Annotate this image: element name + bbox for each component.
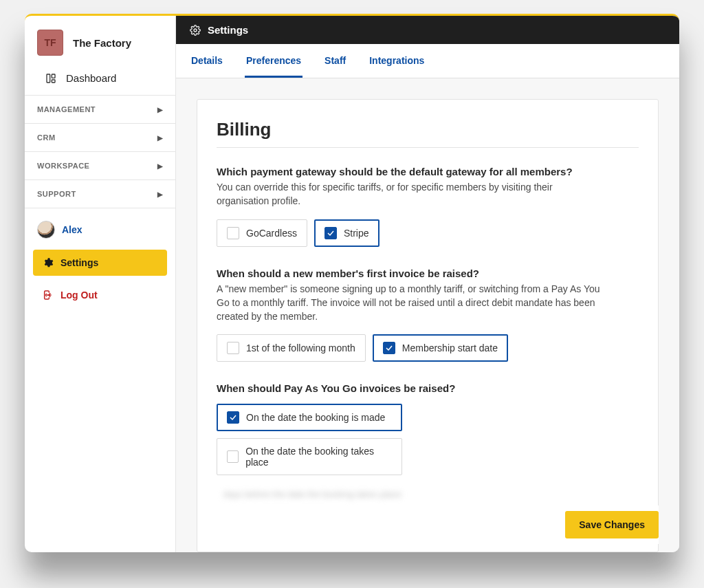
option-label: Stripe — [344, 228, 369, 239]
save-bar: Save Changes — [551, 505, 659, 544]
option-row: On the date the booking is made On the d… — [217, 404, 639, 475]
app-window: TF The Factory Dashboard MANAGEMENT ▶ CR… — [25, 14, 679, 552]
option-label: 1st of the following month — [246, 342, 355, 353]
dashboard-icon — [45, 73, 56, 84]
question-title: When should Pay As You Go invoices be ra… — [217, 382, 639, 394]
checkbox-icon — [227, 227, 239, 239]
tab-details[interactable]: Details — [190, 44, 224, 78]
gear-icon — [190, 25, 201, 36]
blurred-hint: days before the date the booking takes p… — [217, 485, 639, 503]
svg-point-3 — [194, 29, 197, 32]
sidebar-section-workspace[interactable]: WORKSPACE ▶ — [25, 151, 175, 179]
brand-logo: TF — [37, 30, 63, 56]
logout-icon — [43, 290, 54, 301]
chevron-right-icon: ▶ — [157, 162, 164, 170]
sidebar-section-crm[interactable]: CRM ▶ — [25, 123, 175, 151]
checkbox-icon — [227, 342, 239, 354]
sidebar: TF The Factory Dashboard MANAGEMENT ▶ CR… — [25, 16, 176, 552]
sidebar-item-logout[interactable]: Log Out — [33, 283, 167, 307]
checkbox-icon — [324, 227, 337, 239]
sidebar-section-management[interactable]: MANAGEMENT ▶ — [25, 95, 175, 123]
tabs: Details Preferences Staff Integrations — [176, 44, 679, 78]
brand-name: The Factory — [73, 37, 131, 49]
tab-preferences[interactable]: Preferences — [245, 44, 302, 78]
option-row: GoCardless Stripe — [217, 219, 639, 247]
sidebar-section-label: SUPPORT — [37, 190, 76, 198]
sidebar-item-dashboard[interactable]: Dashboard — [25, 63, 175, 95]
chevron-right-icon: ▶ — [157, 106, 164, 113]
question-title: Which payment gateway should be the defa… — [217, 166, 639, 177]
sidebar-section-label: MANAGEMENT — [37, 105, 96, 113]
option-start-date[interactable]: Membership start date — [373, 334, 508, 362]
question-default-gateway: Which payment gateway should be the defa… — [217, 166, 639, 247]
content: Billing Which payment gateway should be … — [176, 78, 679, 552]
avatar — [37, 221, 55, 239]
svg-rect-0 — [47, 74, 50, 83]
sidebar-section-label: CRM — [37, 133, 56, 142]
sidebar-user[interactable]: Alex — [25, 208, 175, 247]
option-label: On the date the booking is made — [246, 412, 385, 423]
sidebar-item-settings[interactable]: Settings — [33, 250, 167, 276]
option-label: GoCardless — [246, 228, 297, 239]
checkbox-icon — [227, 411, 239, 424]
checkbox-icon — [383, 342, 395, 354]
question-title: When should a new member's first invoice… — [217, 268, 639, 279]
user-name: Alex — [62, 224, 82, 235]
tab-integrations[interactable]: Integrations — [368, 44, 426, 78]
topbar: Settings — [176, 16, 679, 44]
question-payg-invoice: When should Pay As You Go invoices be ra… — [217, 382, 639, 503]
page-title: Settings — [208, 24, 248, 36]
option-label: Membership start date — [402, 342, 498, 353]
sidebar-section-label: WORKSPACE — [37, 162, 89, 170]
save-button[interactable]: Save Changes — [565, 511, 659, 538]
question-description: You can override this for specific tarif… — [217, 180, 602, 208]
billing-card: Billing Which payment gateway should be … — [197, 99, 659, 552]
sidebar-section-support[interactable]: SUPPORT ▶ — [25, 179, 175, 208]
option-row: 1st of the following month Membership st… — [217, 334, 639, 362]
question-first-invoice: When should a new member's first invoice… — [217, 268, 639, 362]
sidebar-item-label: Log Out — [60, 290, 98, 301]
question-description: A "new member" is someone signing up to … — [217, 282, 602, 324]
sidebar-item-label: Dashboard — [66, 72, 116, 84]
section-heading: Billing — [217, 119, 639, 148]
svg-rect-2 — [52, 80, 55, 83]
option-booking-made[interactable]: On the date the booking is made — [217, 404, 402, 431]
chevron-right-icon: ▶ — [157, 134, 164, 142]
gear-icon — [43, 257, 54, 268]
option-gocardless[interactable]: GoCardless — [217, 219, 307, 247]
option-booking-takes-place[interactable]: On the date the booking takes place — [217, 438, 402, 475]
option-first-of-month[interactable]: 1st of the following month — [217, 334, 366, 362]
sidebar-item-label: Settings — [60, 257, 98, 268]
brand: TF The Factory — [25, 16, 175, 63]
svg-rect-1 — [52, 74, 55, 78]
chevron-right-icon: ▶ — [157, 190, 164, 198]
main: Settings Details Preferences Staff Integ… — [176, 16, 679, 552]
option-stripe[interactable]: Stripe — [314, 219, 380, 247]
option-label: On the date the booking takes place — [245, 446, 392, 468]
tab-staff[interactable]: Staff — [323, 44, 347, 78]
checkbox-icon — [227, 450, 239, 463]
